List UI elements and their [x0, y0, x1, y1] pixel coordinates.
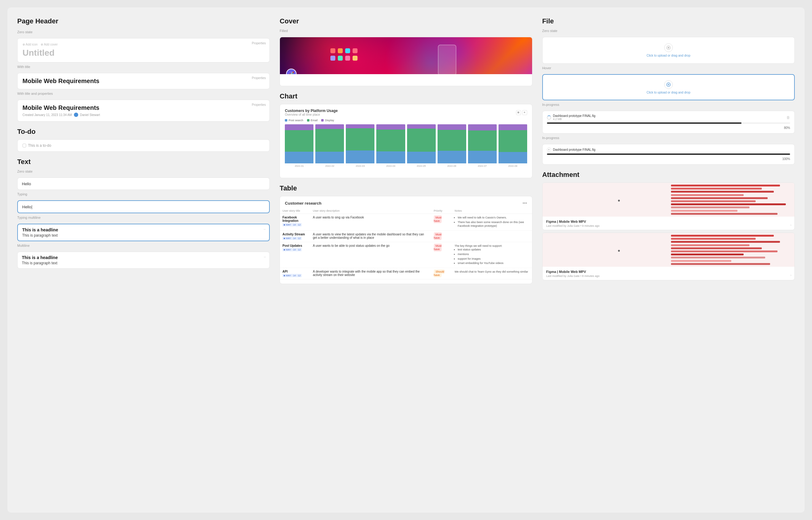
text-zero-value: Hello — [22, 182, 31, 186]
properties-label-props[interactable]: Properties — [252, 103, 266, 106]
figma-bars-1 — [668, 183, 794, 217]
bar-segment — [346, 128, 374, 151]
table-menu-icon[interactable]: ••• — [522, 201, 527, 206]
file-name-2: Dashboard prototype FINAL.fig — [553, 148, 595, 151]
figma-bars-2 — [668, 233, 794, 267]
row4-title: API ■ MAY · 14 · 12 — [280, 268, 311, 279]
bar-label: 2022-08 — [508, 165, 517, 167]
bar-stack — [468, 124, 497, 163]
with-title-label: With title — [17, 65, 270, 69]
file-hover-card[interactable]: Click to upload or drag and drop — [542, 74, 795, 100]
todo-checkbox[interactable] — [23, 144, 26, 147]
legend-dot-post — [285, 119, 287, 122]
bar-segment — [346, 124, 374, 128]
bar-group: 2022-04 — [376, 124, 405, 167]
with-props-title: Mobile Web Requirements — [23, 104, 265, 111]
progress-bar-fill-1 — [547, 123, 741, 124]
todo-card[interactable]: This is a to-do — [17, 139, 270, 152]
figma-dot-1 — [618, 200, 620, 202]
chart-bars: 2022-012022-022022-032022-042022-052022-… — [285, 124, 527, 174]
row4-priority: Should have — [432, 268, 452, 279]
add-cover-action[interactable]: ⊕ Add cover — [41, 43, 57, 46]
todo-text: This is a to-do — [28, 144, 51, 148]
chart-legend: Post search Email Display — [285, 119, 527, 122]
cover-overlay — [280, 37, 532, 74]
or-drag-drop: or drag and drop — [668, 54, 690, 57]
typing-value: Hello — [22, 205, 31, 209]
row4-desc: A developer wants to integrate with the … — [311, 268, 432, 279]
figma-dot-2 — [618, 250, 620, 252]
file-trash-1[interactable]: 🗑 — [786, 115, 790, 120]
typing-multiline-card[interactable]: This is a headline This is paragraph tex… — [17, 224, 270, 241]
attachment-card-1[interactable]: Figma | Mobile Web MPV Last modified by … — [542, 182, 795, 230]
page-header-title: Page Header — [17, 17, 270, 25]
typing-multiline-label: Typing multiline — [17, 216, 270, 219]
inprogress2-label: In-progress — [542, 136, 795, 140]
cover-title: Cover — [279, 17, 532, 25]
bar-label: 2022-04 — [386, 165, 395, 167]
typing-multiline-paragraph: This is paragraph text — [22, 233, 265, 237]
cover-state-label: Filled — [279, 29, 532, 33]
bar-label: 2022-01 — [295, 165, 304, 167]
file-progress-2: ✕ Dashboard prototype FINAL.fig 100% — [542, 144, 795, 165]
row3-notes-text: The key things we will need to support: … — [454, 244, 530, 265]
properties-label-title[interactable]: Properties — [252, 76, 266, 80]
row1-task-meta: ■ MAY · 14 · 12 — [282, 223, 308, 227]
chart-title-row: Customers by Platform Usage Overview of … — [285, 109, 527, 116]
column-1: Page Header Zero state ⊕ Add icon ⊕ Add … — [17, 17, 270, 503]
attachment-name-2: Figma | Mobile Web MPV — [546, 270, 791, 274]
data-table: User story title User story description … — [280, 208, 532, 279]
bar-group: 2022-03 — [346, 124, 374, 167]
column-2: Cover Filled — [279, 17, 532, 503]
bar-group: 2022-07 — [468, 124, 497, 167]
bar-stack — [438, 124, 466, 163]
chart-btn-1[interactable]: ⊞ — [516, 110, 521, 115]
table-tbody: Facebook Integration ■ MAY · 14 · 12 A u… — [280, 214, 532, 279]
bar-segment — [468, 124, 497, 130]
attachment-card-2[interactable]: Figma | Mobile Web MPV Last modified by … — [542, 233, 795, 280]
cover-section: Cover Filled — [279, 17, 532, 86]
bar-segment — [315, 129, 344, 152]
progress-bar-fill-2 — [547, 154, 790, 155]
figma-preview-2 — [543, 233, 794, 267]
table-row: Post Updates ■ MAY · 14 · 12 A user want… — [280, 242, 532, 268]
bar-group: 2022-01 — [285, 124, 314, 167]
multiline-expand-icon: ↔ — [263, 227, 266, 231]
column-3: File Zero state Click to upload or drag … — [542, 17, 795, 503]
chart-btn-2[interactable]: ≡ — [522, 110, 527, 115]
table-row: Activity Stream ■ MAY · 14 · 12 A user w… — [280, 231, 532, 242]
chart-subtitle: Overview of all time place — [285, 113, 338, 116]
text-cursor — [32, 205, 32, 209]
file-progress-1: Dashboard prototype FINAL.fig 4.2 MB 🗑 8… — [542, 111, 795, 133]
meta-date: Created January 11, 2023 11:34 AM — [23, 113, 72, 116]
properties-label-zero[interactable]: Properties — [252, 42, 266, 45]
file-hover-upload-text: Click to upload or drag and drop — [647, 91, 690, 94]
author-name: Daniel Stewart — [80, 113, 100, 116]
attachment-info-2: Figma | Mobile Web MPV Last modified by … — [543, 267, 794, 280]
row3-notes: The key things we will need to support: … — [452, 242, 532, 268]
card-meta: Created January 11, 2023 11:34 AM Daniel… — [23, 113, 265, 117]
bar-segment — [407, 129, 436, 152]
table-section-title: Table — [279, 184, 532, 192]
todo-title: To-do — [17, 128, 270, 136]
typing-card[interactable]: Hello — [17, 200, 270, 213]
add-icon-action[interactable]: ⊕ Add icon — [23, 43, 38, 46]
add-actions: ⊕ Add icon ⊕ Add cover — [23, 43, 265, 46]
file-zero-card[interactable]: Click to upload or drag and drop — [542, 37, 795, 64]
click-to-upload: Click to upload — [647, 54, 667, 57]
row1-notes-text: We will need to talk to Cassio's Owners.… — [454, 216, 530, 228]
row1-badge: ■ MAY · 14 · 12 — [282, 223, 302, 227]
attachment-title: Attachment — [542, 171, 795, 179]
text-section-title: Text — [17, 158, 270, 166]
file-x-icon[interactable]: ✕ — [547, 147, 551, 152]
bar-segment — [438, 124, 466, 130]
row3-priority-badge: Must have — [434, 244, 442, 251]
todo-item[interactable]: This is a to-do — [23, 144, 265, 148]
file-row-1: Dashboard prototype FINAL.fig 4.2 MB 🗑 — [547, 114, 790, 121]
row4-notes: We should chat to Team Gyno as they did … — [452, 268, 532, 279]
bar-group: 2022-05 — [407, 124, 436, 167]
file-title: File — [542, 17, 795, 25]
row4-notes-text: We should chat to Team Gyno as they did … — [454, 270, 530, 274]
bar-segment — [315, 124, 344, 129]
legend-label-display: Display — [325, 119, 334, 122]
